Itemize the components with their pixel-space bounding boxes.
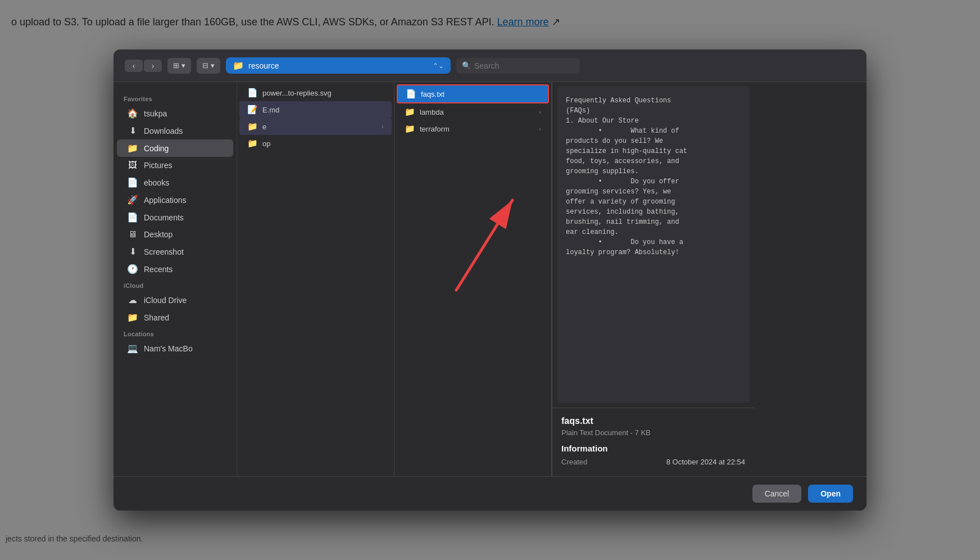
- sidebar: Favorites 🏠 tsukpa ⬇ Downloads 📁 Coding …: [114, 82, 237, 476]
- coding-folder-icon: 📁: [127, 143, 138, 153]
- sidebar-label-pictures: Pictures: [144, 161, 173, 170]
- sidebar-item-ebooks[interactable]: 📄 ebooks: [117, 174, 233, 191]
- nav-group: ‹ ›: [125, 60, 162, 72]
- sidebar-item-recents[interactable]: 🕐 Recents: [117, 260, 233, 278]
- sidebar-item-nams-macbo[interactable]: 💻 Nam's MacBo: [117, 340, 233, 357]
- columns-dropdown-arrow: ▾: [182, 61, 185, 70]
- applications-icon: 🚀: [127, 195, 138, 205]
- desktop-icon: 🖥: [127, 229, 138, 240]
- forward-button[interactable]: ›: [144, 60, 162, 72]
- grid-dropdown-arrow: ▾: [211, 61, 215, 70]
- sidebar-item-icloud-drive[interactable]: ☁ iCloud Drive: [117, 291, 233, 309]
- file-column-2: 📄 faqs.txt 📁 lambda › 📁 terraform ›: [394, 82, 552, 476]
- downloads-icon: ⬇: [127, 125, 138, 136]
- preview-created-value: 8 October 2024 at 22:54: [666, 458, 745, 466]
- location-name: resource: [248, 61, 279, 70]
- screenshot-icon: ⬇: [127, 246, 138, 257]
- recents-icon: 🕐: [127, 264, 138, 274]
- svg-file-icon: 📄: [247, 88, 258, 98]
- file-column-1: 📄 power...to-replies.svg 📝 E.md 📁 e › 📁 …: [237, 82, 394, 476]
- file-item-e-folder[interactable]: 📁 e ›: [239, 118, 392, 135]
- icloud-label: iCloud: [114, 278, 237, 291]
- md-file-icon: 📝: [247, 105, 258, 115]
- favorites-label: Favorites: [114, 91, 237, 105]
- file-item-lambda[interactable]: 📁 lambda ›: [397, 103, 549, 120]
- content-area: Favorites 🏠 tsukpa ⬇ Downloads 📁 Coding …: [114, 82, 866, 476]
- file-name-e-folder: e: [262, 123, 377, 131]
- search-input[interactable]: [474, 61, 564, 70]
- preview-created-label: Created: [561, 458, 587, 466]
- file-item-op-folder[interactable]: 📁 op: [239, 135, 392, 152]
- location-bar[interactable]: 📁 resource ⌃⌄: [226, 57, 451, 74]
- terraform-chevron: ›: [539, 125, 541, 132]
- e-folder-chevron: ›: [382, 123, 384, 130]
- sidebar-label-nams-macbo: Nam's MacBo: [144, 344, 193, 353]
- preview-filetype: Plain Text Document - 7 KB: [561, 428, 745, 437]
- preview-info-created-row: Created 8 October 2024 at 22:54: [561, 458, 745, 466]
- sidebar-label-desktop: Desktop: [144, 230, 173, 239]
- op-folder-icon: 📁: [247, 138, 258, 148]
- preview-panel: Frequently Asked Questions (FAQs) 1. Abo…: [552, 82, 754, 476]
- search-icon: 🔍: [462, 61, 471, 70]
- toolbar: ‹ › ⊞ ▾ ⊟ ▾ 📁 resource ⌃⌄ 🔍: [114, 49, 866, 82]
- sidebar-item-tsukpa[interactable]: 🏠 tsukpa: [117, 105, 233, 122]
- location-arrow: ⌃⌄: [433, 62, 444, 70]
- sidebar-item-screenshot[interactable]: ⬇ Screenshot: [117, 243, 233, 260]
- e-folder-icon: 📁: [247, 121, 258, 132]
- sidebar-item-desktop[interactable]: 🖥 Desktop: [117, 226, 233, 243]
- sidebar-item-applications[interactable]: 🚀 Applications: [117, 191, 233, 209]
- view-columns-button[interactable]: ⊞ ▾: [167, 58, 191, 74]
- sidebar-label-tsukpa: tsukpa: [144, 109, 167, 118]
- ebooks-icon: 📄: [127, 177, 138, 188]
- cancel-button[interactable]: Cancel: [752, 485, 802, 503]
- location-folder-icon: 📁: [233, 60, 244, 71]
- view-grid-group: ⊟ ▾: [197, 58, 220, 74]
- txt-file-icon: 📄: [406, 89, 416, 99]
- preview-filename: faqs.txt: [561, 416, 745, 426]
- back-button[interactable]: ‹: [125, 60, 143, 72]
- sidebar-label-shared: Shared: [144, 313, 169, 322]
- bottom-bar: Cancel Open: [114, 476, 866, 511]
- file-item-power-svg[interactable]: 📄 power...to-replies.svg: [239, 84, 392, 101]
- file-item-terraform[interactable]: 📁 terraform ›: [397, 120, 549, 137]
- preview-info-label: Information: [561, 444, 745, 453]
- search-bar: 🔍: [456, 58, 580, 74]
- file-name-power-svg: power...to-replies.svg: [262, 89, 384, 97]
- file-area: 📄 power...to-replies.svg 📝 E.md 📁 e › 📁 …: [237, 82, 866, 476]
- file-name-op-folder: op: [262, 139, 384, 148]
- sidebar-label-recents: Recents: [144, 265, 173, 274]
- sidebar-item-downloads[interactable]: ⬇ Downloads: [117, 122, 233, 139]
- sidebar-item-documents[interactable]: 📄 Documents: [117, 209, 233, 226]
- lambda-chevron: ›: [539, 109, 541, 115]
- macbook-icon: 💻: [127, 343, 138, 354]
- sidebar-item-coding[interactable]: 📁 Coding: [117, 139, 233, 157]
- file-name-faqs-txt: faqs.txt: [421, 90, 540, 98]
- terraform-folder-icon: 📁: [405, 124, 415, 134]
- sidebar-label-downloads: Downloads: [144, 127, 183, 136]
- sidebar-label-coding: Coding: [144, 144, 169, 153]
- preview-content: Frequently Asked Questions (FAQs) 1. Abo…: [557, 87, 750, 403]
- documents-icon: 📄: [127, 212, 138, 223]
- icloud-drive-icon: ☁: [127, 295, 138, 305]
- sidebar-label-ebooks: ebooks: [144, 178, 169, 187]
- file-item-faqs-txt[interactable]: 📄 faqs.txt: [397, 84, 549, 103]
- columns-icon: ⊞: [173, 61, 179, 70]
- locations-label: Locations: [114, 326, 237, 340]
- sidebar-label-screenshot: Screenshot: [144, 247, 184, 256]
- sidebar-item-pictures[interactable]: 🖼 Pictures: [117, 157, 233, 174]
- shared-icon: 📁: [127, 312, 138, 323]
- view-grid-button[interactable]: ⊟ ▾: [197, 58, 220, 74]
- sidebar-item-shared[interactable]: 📁 Shared: [117, 309, 233, 326]
- open-button[interactable]: Open: [808, 485, 853, 503]
- sidebar-label-documents: Documents: [144, 213, 184, 222]
- sidebar-label-applications: Applications: [144, 196, 187, 205]
- lambda-folder-icon: 📁: [405, 107, 415, 117]
- file-name-terraform: terraform: [420, 125, 534, 133]
- view-columns-group: ⊞ ▾: [167, 58, 191, 74]
- file-item-e-md[interactable]: 📝 E.md: [239, 101, 392, 118]
- sidebar-label-icloud-drive: iCloud Drive: [144, 296, 187, 305]
- file-picker-dialog: ‹ › ⊞ ▾ ⊟ ▾ 📁 resource ⌃⌄ 🔍: [114, 49, 866, 511]
- home-icon: 🏠: [127, 108, 138, 119]
- grid-icon: ⊟: [202, 61, 208, 70]
- file-name-e-md: E.md: [262, 106, 384, 114]
